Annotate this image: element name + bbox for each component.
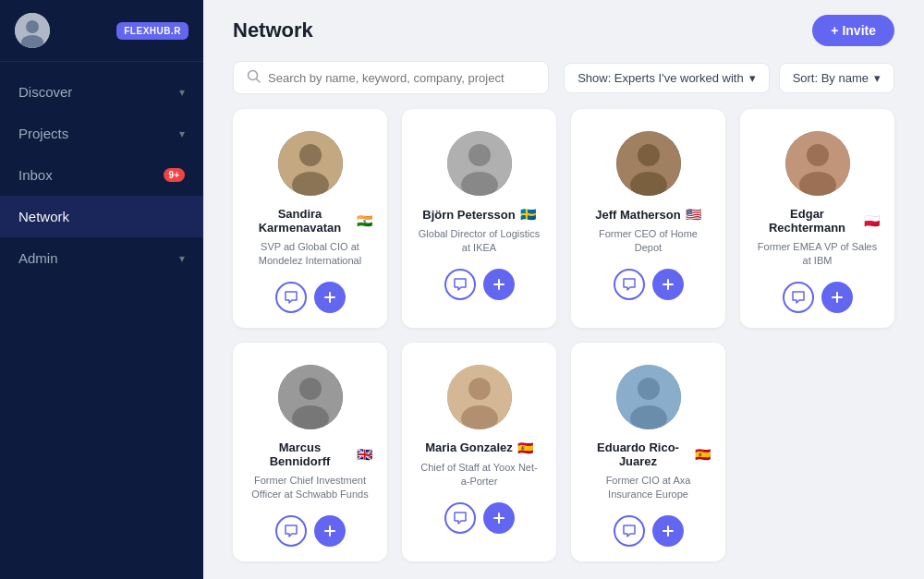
card-actions	[444, 502, 515, 534]
search-container	[233, 61, 549, 94]
sidebar-item-label: Projects	[18, 126, 68, 141]
expert-name: Marcus Bennidorff	[248, 440, 352, 468]
expert-description: Global Director of Logistics at IKEA	[417, 227, 541, 256]
show-filter-dropdown[interactable]: Show: Experts I've worked with ▾	[564, 63, 770, 93]
expert-avatar	[447, 131, 512, 196]
expert-flag: 🇵🇱	[864, 213, 880, 228]
invite-button[interactable]: + Invite	[812, 15, 894, 46]
expert-description: Former CIO at Axa Insurance Europe	[586, 474, 711, 502]
sidebar-logo: FLEXHUB.R	[116, 22, 188, 40]
sidebar-item-label: Inbox	[18, 167, 53, 183]
svg-point-21	[807, 144, 829, 166]
message-button[interactable]	[444, 269, 476, 300]
svg-line-4	[257, 79, 261, 83]
page-title: Network	[233, 18, 313, 42]
add-button[interactable]	[821, 282, 853, 313]
expert-flag: 🇺🇸	[686, 207, 701, 222]
add-button[interactable]	[483, 269, 515, 300]
expert-flag: 🇮🇳	[357, 213, 372, 228]
card-actions	[783, 282, 853, 313]
inbox-badge: 9+	[164, 168, 185, 182]
card-actions	[614, 515, 684, 547]
svg-point-11	[468, 144, 491, 166]
avatar	[15, 13, 50, 48]
sidebar-item-label: Admin	[18, 250, 58, 266]
expert-description: Former EMEA VP of Sales at IBM	[755, 240, 880, 269]
expert-avatar	[616, 131, 681, 196]
add-button[interactable]	[314, 282, 346, 313]
expert-avatar	[447, 365, 512, 429]
sidebar-nav: Discover ▾ Projects ▾ Inbox 9+ Network A…	[0, 62, 203, 579]
chevron-down-icon: ▾	[179, 252, 185, 265]
add-button[interactable]	[483, 502, 515, 534]
expert-flag: 🇪🇸	[695, 447, 711, 462]
expert-name-row: Sandira Karmenavatan 🇮🇳	[248, 207, 372, 235]
filter-bar: Show: Experts I've worked with ▾ Sort: B…	[203, 61, 924, 109]
expert-name-row: Eduardo Rico-Juarez 🇪🇸	[586, 440, 711, 468]
add-button[interactable]	[652, 269, 684, 300]
expert-description: Former CEO of Home Depot	[586, 227, 711, 256]
expert-name: Eduardo Rico-Juarez	[586, 440, 690, 468]
search-icon	[247, 69, 261, 86]
add-button[interactable]	[652, 515, 684, 547]
message-button[interactable]	[614, 269, 645, 300]
sidebar-item-inbox[interactable]: Inbox 9+	[0, 154, 203, 196]
topbar: Network + Invite	[203, 0, 924, 61]
expert-card: Maria Gonzalez 🇪🇸 Chief of Staff at Yoox…	[402, 343, 556, 561]
message-button[interactable]	[783, 282, 814, 313]
expert-name: Edgar Rechtermann	[755, 207, 859, 235]
expert-avatar	[785, 131, 850, 196]
chevron-down-icon: ▾	[179, 86, 185, 99]
expert-card: Edgar Rechtermann 🇵🇱 Former EMEA VP of S…	[740, 109, 894, 328]
expert-name-row: Edgar Rechtermann 🇵🇱	[755, 207, 880, 235]
expert-card: Marcus Bennidorff 🇬🇧 Former Chief Invest…	[233, 343, 387, 561]
expert-name: Maria Gonzalez	[425, 440, 513, 454]
svg-point-31	[468, 378, 491, 400]
sidebar: FLEXHUB.R Discover ▾ Projects ▾ Inbox 9+…	[0, 0, 203, 579]
expert-description: Former Chief Investment Officer at Schwa…	[248, 474, 372, 502]
experts-grid: Sandira Karmenavatan 🇮🇳 SVP ad Global CI…	[203, 109, 924, 579]
expert-card: Björn Petersson 🇸🇪 Global Director of Lo…	[402, 109, 556, 328]
chevron-down-icon: ▾	[749, 71, 756, 85]
message-button[interactable]	[614, 515, 645, 547]
add-button[interactable]	[314, 515, 346, 547]
message-button[interactable]	[275, 282, 307, 313]
card-actions	[275, 282, 346, 313]
sidebar-item-discover[interactable]: Discover ▾	[0, 71, 203, 113]
expert-name-row: Maria Gonzalez 🇪🇸	[425, 440, 533, 455]
sidebar-item-label: Discover	[18, 84, 72, 100]
expert-description: Chief of Staff at Yoox Net-a-Porter	[417, 461, 541, 489]
expert-avatar	[278, 131, 343, 196]
card-actions	[275, 515, 346, 547]
svg-point-16	[638, 144, 660, 166]
message-button[interactable]	[275, 515, 307, 547]
svg-point-26	[299, 378, 322, 400]
search-input[interactable]	[268, 71, 535, 85]
expert-name: Björn Petersson	[422, 208, 515, 222]
expert-description: SVP ad Global CIO at Mondelez Internatio…	[248, 240, 372, 269]
card-actions	[444, 269, 515, 300]
chevron-down-icon: ▾	[179, 127, 185, 140]
svg-point-6	[299, 144, 322, 166]
filter-controls: Show: Experts I've worked with ▾ Sort: B…	[564, 63, 894, 93]
expert-card: Sandira Karmenavatan 🇮🇳 SVP ad Global CI…	[233, 109, 387, 328]
expert-card: Jeff Matherson 🇺🇸 Former CEO of Home Dep…	[571, 109, 725, 328]
sidebar-item-admin[interactable]: Admin ▾	[0, 237, 203, 279]
sidebar-item-projects[interactable]: Projects ▾	[0, 113, 203, 154]
card-actions	[614, 269, 684, 300]
expert-name-row: Marcus Bennidorff 🇬🇧	[248, 440, 372, 468]
sidebar-item-label: Network	[18, 209, 69, 224]
sidebar-item-network[interactable]: Network	[0, 196, 203, 237]
expert-flag: 🇬🇧	[357, 447, 372, 462]
expert-name: Sandira Karmenavatan	[248, 207, 352, 235]
expert-name: Jeff Matherson	[595, 208, 680, 222]
expert-card: Eduardo Rico-Juarez 🇪🇸 Former CIO at Axa…	[571, 343, 725, 561]
expert-name-row: Jeff Matherson 🇺🇸	[595, 207, 700, 222]
sort-dropdown[interactable]: Sort: By name ▾	[779, 63, 894, 93]
expert-flag: 🇸🇪	[520, 207, 536, 222]
main-content: Network + Invite Show: Experts I've work…	[203, 0, 924, 579]
expert-name-row: Björn Petersson 🇸🇪	[422, 207, 535, 222]
chevron-down-icon: ▾	[874, 71, 881, 85]
sidebar-header: FLEXHUB.R	[0, 0, 203, 62]
message-button[interactable]	[444, 502, 476, 534]
